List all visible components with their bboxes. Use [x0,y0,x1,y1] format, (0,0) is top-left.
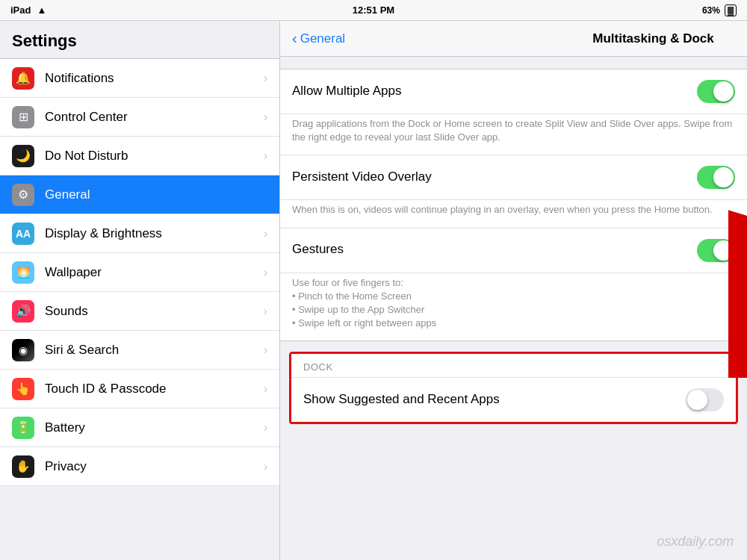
allow-multiple-apps-title: Allow Multiple Apps [292,84,688,99]
dock-label: DOCK [291,354,736,377]
sidebar-item-label-privacy: Privacy [45,459,264,474]
sidebar-item-label-notifications: Notifications [45,71,264,86]
chevron-icon: › [264,266,267,279]
sidebar: Settings 🔔 Notifications › ⊞ Control Cen… [0,21,280,560]
sidebar-item-label-touch-id: Touch ID & Passcode [45,382,264,396]
persistent-video-row: Persistent Video Overlay [280,155,747,200]
status-bar: iPad ▲ 12:51 PM 63% ▓ [0,0,747,21]
wifi-icon: ▲ [37,4,46,16]
sidebar-item-label-wallpaper: Wallpaper [45,265,264,280]
chevron-icon: › [264,227,267,240]
persistent-video-title: Persistent Video Overlay [292,169,688,184]
content-area: Allow Multiple Apps Drag applications fr… [280,57,747,560]
status-left: iPad ▲ [10,4,46,16]
sidebar-item-siri-search[interactable]: ◉ Siri & Search › [0,331,279,370]
control-center-icon: ⊞ [12,106,34,128]
wallpaper-icon: 🌅 [12,261,34,284]
dock-show-suggested-row: Show Suggested and Recent Apps [291,377,736,422]
chevron-icon: › [264,72,267,85]
toggle-thumb [713,81,734,102]
persistent-video-toggle[interactable] [697,166,735,189]
allow-multiple-apps-toggle[interactable] [697,80,735,103]
main-layout: Settings 🔔 Notifications › ⊞ Control Cen… [0,21,747,560]
sidebar-list: 🔔 Notifications › ⊞ Control Center › 🌙 D… [0,59,279,486]
battery-icon-sidebar: 🔋 [12,417,34,439]
ipad-label: iPad [10,4,31,16]
chevron-icon: › [264,149,267,163]
chevron-icon: › [264,382,267,396]
gestures-title: Gestures [292,242,688,257]
sidebar-item-privacy[interactable]: ✋ Privacy › [0,447,279,486]
allow-multiple-apps-text: Allow Multiple Apps [292,84,688,100]
siri-icon: ◉ [12,339,34,361]
chevron-icon: › [264,305,267,318]
sidebar-item-label-control-center: Control Center [45,110,264,125]
multitasking-section: Allow Multiple Apps Drag applications fr… [280,69,747,341]
battery-icon: ▓ [725,4,737,16]
allow-multiple-apps-desc: Drag applications from the Dock or Home … [292,117,735,144]
back-chevron-icon: ‹ [292,30,297,47]
sidebar-item-do-not-disturb[interactable]: 🌙 Do Not Disturb › [0,137,279,175]
chevron-icon: › [264,343,267,357]
do-not-disturb-icon: 🌙 [12,145,34,167]
sidebar-item-label-siri-search: Siri & Search [45,343,264,358]
chevron-icon: › [264,421,267,435]
status-time: 12:51 PM [353,4,394,16]
back-label: General [300,31,345,46]
right-header: ‹ General Multitasking & Dock [280,21,747,57]
sidebar-item-label-display-brightness: Display & Brightness [45,226,264,241]
sidebar-item-battery[interactable]: 🔋 Battery › [0,408,279,447]
chevron-icon: › [264,111,267,124]
privacy-icon: ✋ [12,455,34,478]
persistent-video-text: Persistent Video Overlay [292,169,688,186]
toggle-thumb [713,240,734,261]
notifications-icon: 🔔 [12,67,34,90]
sidebar-item-control-center[interactable]: ⊞ Control Center › [0,98,279,137]
right-panel-title: Multitasking & Dock [592,31,713,46]
gestures-row: Gestures [280,228,747,273]
sidebar-item-sounds[interactable]: 🔊 Sounds › [0,292,279,331]
persistent-video-desc: When this is on, videos will continue pl… [292,203,735,217]
sidebar-item-general[interactable]: ⚙ General [0,175,279,214]
touch-id-icon: 👆 [12,378,34,400]
sidebar-item-label-general: General [45,187,267,202]
battery-percent: 63% [702,5,720,16]
sidebar-item-display-brightness[interactable]: AA Display & Brightness › [0,214,279,253]
general-icon: ⚙ [12,184,34,206]
dock-show-suggested-title: Show Suggested and Recent Apps [303,392,500,407]
gestures-text: Gestures [292,242,688,258]
gestures-toggle[interactable] [697,239,735,262]
chevron-icon: › [264,460,267,473]
display-brightness-icon: AA [12,223,34,245]
toggle-thumb [713,167,734,187]
sidebar-title: Settings [0,21,279,59]
sidebar-item-label-sounds: Sounds [45,304,264,319]
back-button[interactable]: ‹ General [292,30,345,47]
sounds-icon: 🔊 [12,300,34,323]
dock-section: DOCK Show Suggested and Recent Apps [289,352,738,424]
allow-multiple-apps-row: Allow Multiple Apps [280,69,747,114]
sidebar-item-label-do-not-disturb: Do Not Disturb [45,149,264,164]
toggle-thumb [687,390,707,410]
sidebar-item-wallpaper[interactable]: 🌅 Wallpaper › [0,253,279,292]
status-right: 63% ▓ [702,4,737,16]
dock-show-suggested-toggle[interactable] [686,388,724,411]
sidebar-item-notifications[interactable]: 🔔 Notifications › [0,59,279,98]
gestures-desc: Use four or five fingers to: • Pinch to … [292,276,735,331]
sidebar-item-touch-id[interactable]: 👆 Touch ID & Passcode › [0,370,279,408]
sidebar-item-label-battery: Battery [45,420,264,435]
right-panel: ‹ General Multitasking & Dock Allow Mult… [280,21,747,560]
